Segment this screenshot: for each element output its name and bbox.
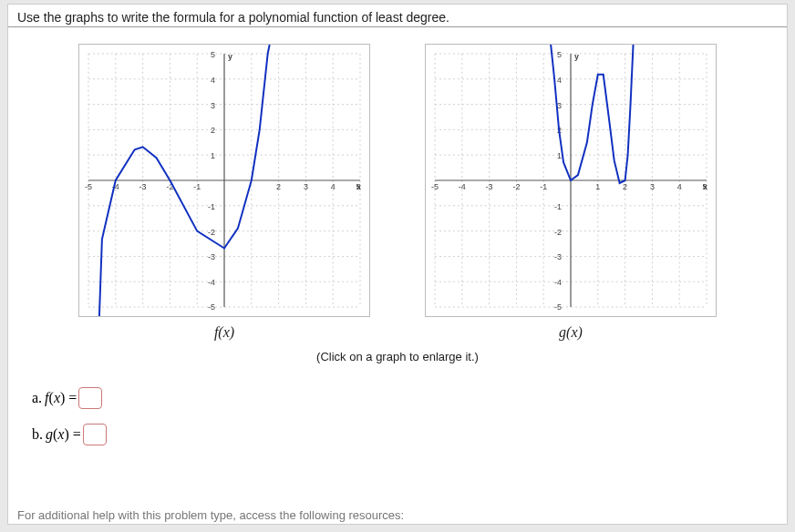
svg-text:1: 1 bbox=[211, 151, 215, 160]
svg-text:y: y bbox=[574, 52, 579, 61]
svg-text:-5: -5 bbox=[85, 182, 92, 191]
svg-text:4: 4 bbox=[211, 76, 215, 85]
svg-text:1: 1 bbox=[595, 182, 600, 191]
svg-text:-4: -4 bbox=[554, 278, 562, 287]
svg-text:-2: -2 bbox=[554, 228, 562, 237]
svg-text:2: 2 bbox=[276, 182, 281, 191]
footer-help-text: For additional help with this problem ty… bbox=[17, 508, 404, 522]
answer-a-func: f(x) = bbox=[45, 390, 77, 406]
svg-text:1: 1 bbox=[557, 151, 562, 160]
svg-text:5: 5 bbox=[211, 50, 215, 59]
graph-f-label: f(x) bbox=[214, 324, 234, 341]
svg-text:-4: -4 bbox=[459, 182, 466, 191]
graph-f[interactable]: y x -5 -4 -3 -2 -1 2 3 4 5 5 4 3 2 1 -1 bbox=[78, 44, 370, 317]
svg-text:5: 5 bbox=[356, 182, 361, 191]
svg-text:2: 2 bbox=[623, 182, 627, 191]
svg-text:-1: -1 bbox=[540, 182, 547, 191]
svg-text:5: 5 bbox=[557, 50, 562, 59]
answer-a-input[interactable] bbox=[78, 387, 102, 409]
graph-f-wrap: y x -5 -4 -3 -2 -1 2 3 4 5 5 4 3 2 1 -1 bbox=[78, 44, 370, 341]
svg-text:-3: -3 bbox=[208, 252, 215, 261]
svg-text:-3: -3 bbox=[486, 182, 493, 191]
svg-text:5: 5 bbox=[703, 182, 707, 191]
answer-row-b: b. g(x) = bbox=[32, 424, 769, 445]
graphs-container: y x -5 -4 -3 -2 -1 2 3 4 5 5 4 3 2 1 -1 bbox=[8, 27, 787, 346]
svg-text:-1: -1 bbox=[208, 202, 215, 211]
svg-text:-5: -5 bbox=[208, 302, 215, 312]
instruction-text: Use the graphs to write the formula for … bbox=[8, 5, 787, 27]
svg-text:y: y bbox=[228, 52, 232, 61]
answer-b-input[interactable] bbox=[83, 424, 107, 445]
svg-text:3: 3 bbox=[304, 182, 308, 191]
enlarge-hint: (Click on a graph to enlarge it.) bbox=[8, 350, 787, 363]
answers-block: a. f(x) = b. g(x) = bbox=[8, 363, 787, 466]
answer-row-a: a. f(x) = bbox=[32, 387, 769, 409]
svg-text:-1: -1 bbox=[554, 202, 562, 211]
svg-text:4: 4 bbox=[557, 76, 562, 85]
answer-b-func: g(x) = bbox=[46, 426, 81, 443]
svg-text:-3: -3 bbox=[139, 182, 147, 191]
svg-text:4: 4 bbox=[677, 182, 682, 191]
answer-a-prefix: a. bbox=[32, 390, 42, 406]
graph-g-label: g(x) bbox=[559, 324, 583, 341]
problem-page: Use the graphs to write the formula for … bbox=[7, 4, 788, 525]
svg-text:3: 3 bbox=[211, 101, 215, 110]
svg-text:-3: -3 bbox=[554, 252, 562, 261]
svg-text:-1: -1 bbox=[193, 182, 201, 191]
svg-text:-4: -4 bbox=[208, 278, 215, 287]
graph-g-wrap: y x -5 -4 -3 -2 -1 1 2 3 4 5 5 4 3 2 1 bbox=[425, 44, 717, 341]
answer-b-prefix: b. bbox=[32, 426, 43, 443]
svg-text:3: 3 bbox=[650, 182, 655, 191]
svg-text:-5: -5 bbox=[554, 302, 562, 312]
svg-text:-2: -2 bbox=[512, 182, 520, 191]
svg-text:-2: -2 bbox=[208, 228, 215, 237]
graph-g[interactable]: y x -5 -4 -3 -2 -1 1 2 3 4 5 5 4 3 2 1 bbox=[425, 44, 717, 317]
svg-text:2: 2 bbox=[211, 126, 215, 135]
svg-text:4: 4 bbox=[331, 182, 336, 191]
svg-text:-5: -5 bbox=[431, 182, 439, 191]
